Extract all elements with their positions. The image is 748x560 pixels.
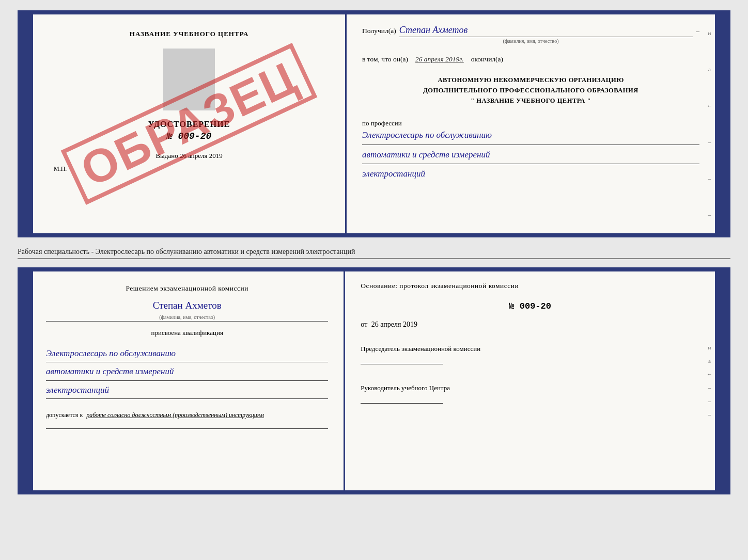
top-document: НАЗВАНИЕ УЧЕБНОГО ЦЕНТРА УДОСТОВЕРЕНИЕ №… [18, 10, 730, 237]
top-right-page: Получил(а) Степан Ахметов – (фамилия, им… [347, 14, 715, 233]
bottom-right-side-marks: и а ← – – – [707, 271, 712, 490]
qualification-block: Электрослесарь по обслуживанию автоматик… [46, 342, 328, 399]
received-field-group: Получил(а) Степан Ахметов – (фамилия, им… [362, 25, 699, 44]
issue-date-value: 26 апреля 2019 [180, 152, 223, 159]
top-school-name: НАЗВАНИЕ УЧЕБНОГО ЦЕНТРА [130, 30, 249, 38]
qual-value3: электростанций [46, 382, 328, 399]
protocol-date-prefix: от [361, 321, 367, 328]
center-head-label: Руководитель учебного Центра [361, 381, 699, 395]
top-left-spine [22, 14, 33, 233]
photo-placeholder [163, 49, 215, 110]
allowed-block: допускается к работе согласно должностны… [46, 410, 328, 420]
basis-text: Основание: протокол экзаменационной коми… [361, 282, 699, 290]
center-head-sig-line [361, 403, 443, 404]
qual-value1: Электрослесарь по обслуживанию [46, 345, 328, 362]
side-mark-4: – [708, 139, 711, 145]
top-right-spine [715, 14, 726, 233]
org-line3: " НАЗВАНИЕ УЧЕБНОГО ЦЕНТРА " [362, 95, 699, 106]
decision-text: Решением экзаменационной комиссии [46, 284, 328, 293]
stamp-area: М.П. [54, 165, 67, 173]
dash-mark-1: – [708, 385, 711, 391]
profession-value1: Электрослесарь по обслуживанию [362, 127, 699, 145]
commission-chair-label: Председатель экзаменационной комиссии [361, 342, 699, 356]
org-line1: АВТОНОМНУЮ НЕКОММЕРЧЕСКУЮ ОРГАНИЗАЦИЮ [362, 75, 699, 85]
received-row: Получил(а) Степан Ахметов – [362, 25, 699, 37]
person-name: Степан Ахметов [46, 300, 328, 311]
bottom-right-spine [715, 271, 726, 490]
dash-mark-2: – [708, 398, 711, 404]
protocol-number: № 009-20 [361, 301, 699, 311]
received-name: Степан Ахметов [399, 25, 693, 37]
in-that-row: в том, что он(а) 26 апреля 2019г. окончи… [362, 55, 699, 63]
in-that-label: в том, что он(а) [362, 55, 408, 63]
specialty-label: Рабочая специальность - Электрослесарь п… [18, 246, 730, 259]
received-name-container: Степан Ахметов [399, 25, 693, 37]
issue-date: Выдано 26 апреля 2019 [155, 152, 222, 160]
top-left-page: НАЗВАНИЕ УЧЕБНОГО ЦЕНТРА УДОСТОВЕРЕНИЕ №… [33, 14, 347, 233]
arrow-mark: ← [707, 371, 712, 377]
in-that-date: 26 апреля 2019г. [415, 55, 464, 63]
bottom-right-page: Основание: протокол экзаменационной коми… [345, 271, 715, 490]
profession-value2: автоматики и средств измерений [362, 147, 699, 165]
profession-block: по профессии Электрослесарь по обслужива… [362, 117, 699, 182]
bottom-left-spine [22, 271, 33, 490]
side-mark-6: – [708, 212, 711, 218]
qual-value2: автоматики и средств измерений [46, 363, 328, 380]
person-subtitle: (фамилия, имя, отчество) [46, 314, 328, 322]
bottom-document: Решением экзаменационной комиссии Степан… [18, 267, 730, 494]
allowed-value: работе согласно должностным (производств… [86, 411, 264, 419]
received-subtitle: (фамилия, имя, отчество) [362, 38, 699, 44]
stamp-label: М.П. [54, 165, 67, 172]
tto-mark: и [708, 344, 711, 350]
dash-mark-3: – [708, 411, 711, 418]
side-mark-5: – [708, 175, 711, 182]
finished-label: окончил(а) [471, 55, 503, 63]
org-text-block: АВТОНОМНУЮ НЕКОММЕРЧЕСКУЮ ОРГАНИЗАЦИЮ ДО… [362, 75, 699, 106]
issue-date-label: Выдано [155, 152, 178, 159]
center-head-block: Руководитель учебного Центра [361, 381, 699, 408]
side-mark-1: и [708, 30, 711, 36]
side-mark-2: а [708, 66, 711, 72]
allowed-label: допускается к [46, 411, 83, 419]
bottom-left-page: Решением экзаменационной комиссии Степан… [33, 271, 345, 490]
org-line2: ДОПОЛНИТЕЛЬНОГО ПРОФЕССИОНАЛЬНОГО ОБРАЗО… [362, 85, 699, 95]
qualification-label: присвоена квалификация [46, 329, 328, 337]
side-mark-3: ← [707, 103, 712, 109]
protocol-date: от 26 апреля 2019 [361, 321, 699, 329]
cert-number: № 009-20 [167, 131, 211, 141]
profession-label: по профессии [362, 119, 699, 127]
commission-chair-block: Председатель экзаменационной комиссии [361, 342, 699, 369]
a-mark: а [708, 358, 711, 364]
cert-title: УДОСТОВЕРЕНИЕ [148, 120, 230, 129]
protocol-date-value: 26 апреля 2019 [371, 321, 417, 328]
profession-value3: электростанций [362, 166, 699, 182]
received-label: Получил(а) [362, 27, 396, 35]
allowed-signature-line [46, 428, 328, 429]
received-dash: – [696, 27, 700, 35]
commission-chair-sig-line [361, 364, 443, 364]
top-right-side-marks: и а ← – – – [707, 14, 712, 233]
